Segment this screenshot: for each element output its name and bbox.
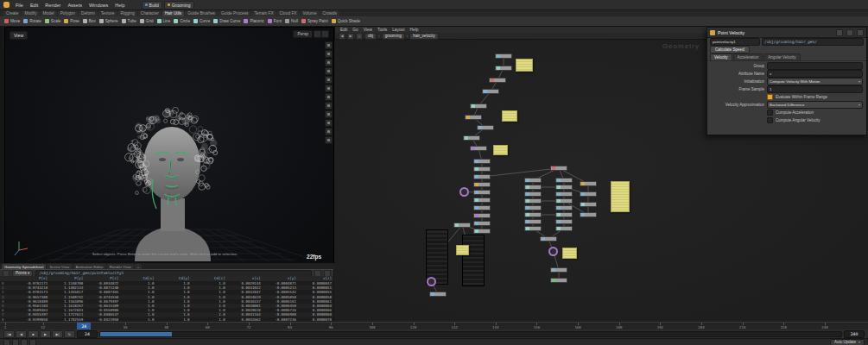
transport-item-button[interactable]: |◀ (3, 330, 15, 338)
menu-assets[interactable]: Assets (66, 3, 84, 8)
network-menu-go[interactable]: Go (352, 28, 358, 32)
field-group[interactable] (767, 62, 863, 70)
frame-slider[interactable] (99, 331, 842, 337)
current-frame-field[interactable]: 24 (77, 330, 98, 338)
network-menu-tools[interactable]: Tools (377, 28, 387, 32)
shelf-tab-polygon[interactable]: Polygon (58, 10, 78, 16)
graph-node[interactable] (482, 89, 499, 94)
graph-node[interactable] (524, 185, 542, 190)
graph-node[interactable] (524, 219, 542, 224)
graph-node[interactable] (555, 205, 573, 210)
shelf-tool-platonic[interactable]: Platonic (244, 19, 263, 23)
graph-node[interactable] (473, 159, 491, 164)
graph-node[interactable] (540, 236, 557, 242)
calculate-speed-button[interactable]: Calculate Speed (710, 46, 750, 53)
graph-node[interactable] (580, 191, 597, 197)
menu-windows[interactable]: Windows (87, 3, 110, 8)
graph-node[interactable] (524, 212, 542, 217)
shelf-tab-terrain-fx[interactable]: Terrain FX (251, 10, 276, 16)
sticky-note[interactable] (611, 181, 630, 212)
graph-node[interactable] (473, 174, 491, 179)
breadcrumb-grooming[interactable]: grooming (382, 33, 405, 40)
graph-node[interactable] (524, 198, 542, 204)
graph-node[interactable] (489, 78, 506, 83)
transport-item-button[interactable]: ↻ (64, 330, 75, 338)
graph-node[interactable] (495, 53, 512, 59)
sticky-note[interactable] (516, 59, 533, 72)
graph-node[interactable] (550, 278, 567, 283)
shelf-tab-deform[interactable]: Deform (79, 10, 98, 16)
node-name-field[interactable]: pointvelocity1 (710, 38, 760, 46)
graph-node[interactable] (524, 226, 542, 231)
checkbox-compute-acceleration[interactable] (767, 110, 773, 116)
forward-icon[interactable]: ▶ (347, 33, 354, 40)
checkbox-compute-angular-velocity[interactable] (767, 117, 773, 123)
graph-node[interactable] (473, 182, 491, 187)
graph-node[interactable] (463, 135, 480, 141)
shelf-tool-quick-shade[interactable]: Quick Shade (332, 19, 360, 23)
graph-node[interactable] (473, 190, 491, 195)
shelf-tab-modify[interactable]: Modify (22, 10, 39, 16)
menu-help[interactable]: Help (113, 3, 126, 8)
shade-icon[interactable] (325, 93, 333, 101)
graph-node[interactable] (550, 267, 567, 273)
graph-node[interactable] (524, 178, 542, 183)
shelf-tool-line[interactable]: Line (157, 19, 171, 23)
shelf-tool-pose[interactable]: Pose (64, 19, 79, 23)
graph-node[interactable] (580, 181, 597, 186)
scene-viewport[interactable]: Select objects. Press Enter to enter the… (4, 27, 334, 264)
graph-node[interactable] (555, 191, 573, 197)
circular-node[interactable] (427, 277, 436, 286)
back-icon[interactable]: ◀ (339, 33, 345, 40)
error-log-icon[interactable] (12, 339, 19, 345)
memory-icon[interactable] (29, 339, 36, 345)
pin-icon[interactable] (836, 29, 843, 36)
graph-node[interactable] (477, 125, 494, 130)
param-tab-angular-velocity[interactable]: Angular Velocity (763, 53, 800, 60)
shelf-tool-null[interactable]: Null (285, 19, 298, 23)
select-icon[interactable] (325, 41, 333, 49)
graph-node[interactable] (555, 226, 573, 231)
menu-file[interactable]: File (14, 3, 25, 8)
graph-node[interactable] (470, 146, 487, 151)
sticky-note[interactable] (456, 245, 469, 255)
shelf-tool-grid[interactable]: Grid (140, 19, 154, 23)
transport-item-button[interactable]: ■ (28, 330, 39, 338)
graph-node[interactable] (473, 198, 491, 203)
shelf-tab-hair-utils[interactable]: Hair Utils (162, 10, 184, 16)
graph-node[interactable] (473, 213, 491, 218)
sticky-note[interactable] (493, 145, 508, 155)
shelf-tab-volume[interactable]: Volume (301, 10, 320, 16)
transport-item-button[interactable]: ◀ (16, 330, 27, 338)
graph-node[interactable] (473, 221, 491, 226)
graph-node[interactable] (555, 219, 573, 224)
menu-edit[interactable]: Edit (29, 3, 40, 8)
breadcrumb-obj[interactable]: obj (364, 33, 377, 40)
shelf-tab-create[interactable]: Create (3, 10, 21, 16)
snapshot-icon[interactable] (314, 30, 321, 38)
graph-node[interactable] (473, 166, 491, 172)
shelf-tool-scale[interactable]: Scale (45, 19, 61, 23)
end-frame-field[interactable]: 240 (844, 330, 865, 338)
shelf-tool-sphere[interactable]: Sphere (99, 19, 118, 23)
desktop-tab-build[interactable]: Build (142, 1, 162, 9)
shelf-tab-guide-process[interactable]: Guide Process (219, 10, 250, 16)
graph-node[interactable] (465, 115, 482, 120)
shelf-tool-circle[interactable]: Circle (174, 19, 190, 23)
light-icon[interactable] (325, 119, 333, 127)
shelf-tool-curve[interactable]: Curve (193, 19, 210, 23)
circular-node[interactable] (548, 247, 558, 256)
graph-node[interactable] (495, 66, 512, 71)
graph-node[interactable] (555, 212, 573, 217)
update-mode-dropdown[interactable]: Auto Update▾ (830, 339, 865, 345)
translate-icon[interactable] (325, 50, 333, 58)
graph-node[interactable] (550, 166, 567, 171)
shelf-tab-guide-brushes[interactable]: Guide Brushes (185, 10, 218, 16)
camera-selector[interactable]: Persp (293, 30, 313, 38)
snap-icon[interactable] (325, 85, 333, 92)
wireframe-icon[interactable] (325, 102, 333, 110)
network-menu-layout[interactable]: Layout (392, 28, 404, 32)
graph-node[interactable] (470, 104, 487, 109)
display-options-icon[interactable] (325, 136, 333, 144)
graph-node[interactable] (555, 178, 573, 183)
